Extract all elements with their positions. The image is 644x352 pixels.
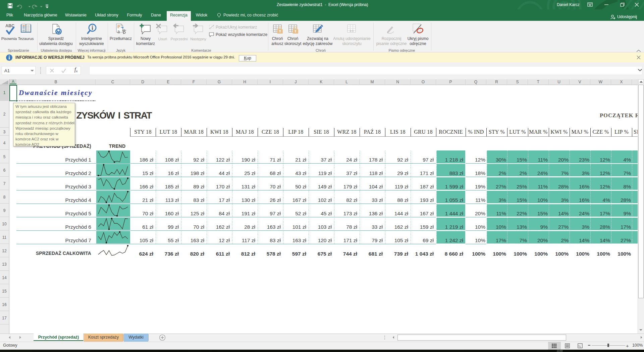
svg-text:a: a: [117, 29, 120, 34]
